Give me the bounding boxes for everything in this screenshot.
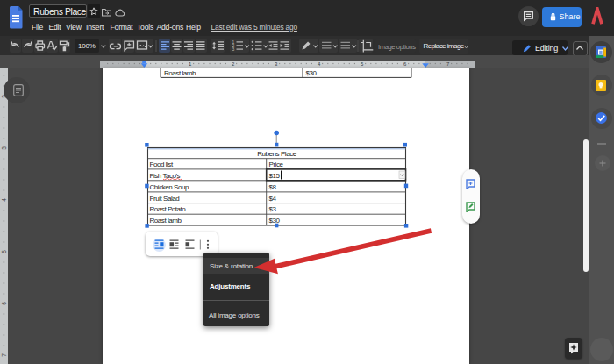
svg-text:$8: $8	[269, 183, 277, 191]
svg-text:$4: $4	[269, 195, 277, 203]
svg-text:Roast Potato: Roast Potato	[150, 205, 187, 213]
svg-text:7: 7	[1, 353, 7, 357]
svg-text:5: 5	[361, 62, 364, 68]
svg-text:100%: 100%	[78, 42, 96, 50]
svg-text:Roast lamb: Roast lamb	[164, 70, 196, 78]
svg-text:4: 4	[1, 198, 7, 202]
svg-text:3: 3	[232, 46, 235, 52]
svg-text:6: 6	[1, 302, 7, 305]
svg-text:Rubens Place: Rubens Place	[257, 150, 296, 158]
svg-text:4: 4	[318, 62, 321, 68]
svg-text:1: 1	[189, 62, 192, 68]
svg-text:Roast lamb: Roast lamb	[150, 217, 182, 225]
svg-text:Fruit Salad: Fruit Salad	[150, 195, 180, 203]
svg-text:3: 3	[1, 146, 7, 150]
svg-text:Fish Taco's: Fish Taco's	[150, 172, 181, 180]
svg-text:$30: $30	[306, 70, 318, 78]
svg-text:7: 7	[446, 62, 450, 68]
svg-text:$3: $3	[269, 205, 277, 213]
svg-text:5: 5	[1, 250, 7, 253]
svg-text:3: 3	[275, 62, 278, 68]
svg-text:2: 2	[232, 62, 235, 68]
svg-text:Food list: Food list	[150, 161, 174, 168]
svg-text:6: 6	[403, 62, 407, 68]
svg-text:Price: Price	[269, 161, 284, 168]
svg-text:Chicken Soup: Chicken Soup	[150, 183, 189, 191]
svg-text:$15: $15	[269, 172, 281, 180]
